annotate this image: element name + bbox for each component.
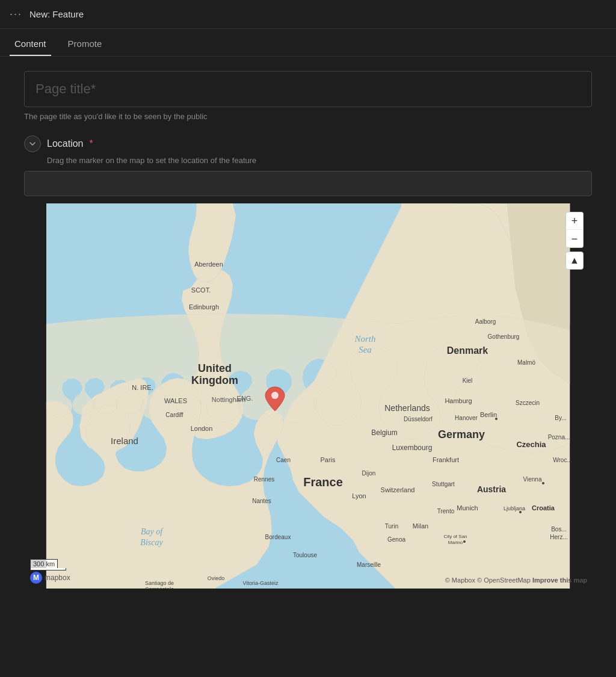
svg-text:Kiel: Kiel bbox=[463, 377, 473, 384]
location-hint: Drag the marker on the map to set the lo… bbox=[47, 156, 592, 165]
scale-bar bbox=[30, 568, 66, 570]
svg-text:Hamburg: Hamburg bbox=[445, 397, 472, 404]
page-title-hint: The page title as you'd like it to be se… bbox=[24, 112, 592, 121]
svg-text:North: North bbox=[354, 334, 375, 344]
svg-text:Santiago de: Santiago de bbox=[145, 580, 174, 586]
svg-text:Denmark: Denmark bbox=[447, 345, 488, 356]
svg-text:France: France bbox=[303, 475, 343, 489]
svg-text:Trento: Trento bbox=[437, 508, 455, 515]
svg-text:Belgium: Belgium bbox=[371, 428, 397, 437]
svg-text:Vienna: Vienna bbox=[523, 476, 542, 483]
mapbox-logo-icon: M bbox=[30, 572, 42, 584]
map-zoom-in-button[interactable]: + bbox=[565, 212, 584, 230]
svg-text:Lyon: Lyon bbox=[352, 492, 366, 499]
svg-text:Czechia: Czechia bbox=[516, 440, 546, 449]
tab-promote[interactable]: Promote bbox=[63, 29, 107, 56]
svg-text:Pozna...: Pozna... bbox=[548, 434, 570, 441]
svg-text:Netherlands: Netherlands bbox=[384, 403, 430, 413]
svg-text:Frankfurt: Frankfurt bbox=[433, 456, 459, 463]
svg-text:Nantes: Nantes bbox=[252, 498, 271, 504]
svg-text:Toulouse: Toulouse bbox=[293, 552, 317, 558]
svg-text:Genoa: Genoa bbox=[387, 536, 405, 543]
map-compass-button[interactable]: ▲ bbox=[565, 252, 584, 270]
svg-text:Stuttgart: Stuttgart bbox=[432, 481, 455, 487]
svg-text:Gothenburg: Gothenburg bbox=[488, 333, 520, 340]
location-collapse-button[interactable] bbox=[24, 135, 41, 152]
menu-dots-icon[interactable]: ··· bbox=[10, 8, 22, 20]
svg-point-56 bbox=[463, 540, 466, 543]
svg-text:Ireland: Ireland bbox=[111, 436, 138, 446]
tab-content[interactable]: Content bbox=[10, 29, 51, 56]
svg-text:Malmö: Malmö bbox=[517, 359, 535, 366]
svg-text:Oviedo: Oviedo bbox=[208, 575, 225, 581]
main-content: The page title as you'd like it to be se… bbox=[0, 57, 616, 603]
svg-text:Düsseldorf: Düsseldorf bbox=[404, 416, 433, 422]
svg-text:Aberdeen: Aberdeen bbox=[194, 261, 223, 268]
svg-text:Dijon: Dijon bbox=[362, 470, 376, 477]
svg-text:Edinburgh: Edinburgh bbox=[189, 303, 219, 311]
location-required-star: * bbox=[90, 138, 93, 149]
svg-text:Bay of: Bay of bbox=[141, 527, 164, 536]
svg-text:Marseille: Marseille bbox=[357, 561, 381, 568]
svg-text:SCOT.: SCOT. bbox=[191, 286, 211, 294]
svg-text:ENG.: ENG. bbox=[237, 395, 253, 402]
svg-point-47 bbox=[542, 482, 544, 484]
svg-text:London: London bbox=[191, 425, 213, 432]
svg-text:Bordeaux: Bordeaux bbox=[265, 534, 291, 540]
svg-text:Germany: Germany bbox=[438, 428, 485, 441]
svg-text:Luxembourg: Luxembourg bbox=[392, 444, 433, 452]
svg-text:Vitoria-Gasteiz: Vitoria-Gasteiz bbox=[243, 580, 279, 586]
map-scale: 300 km bbox=[30, 559, 66, 570]
location-header: Location * bbox=[24, 135, 592, 152]
map-svg: North Sea Bay of Biscay Aberdeen SCOT. E… bbox=[24, 203, 592, 589]
svg-text:N. IRE.: N. IRE. bbox=[132, 384, 153, 391]
svg-text:Milan: Milan bbox=[413, 522, 428, 530]
topbar: ··· New: Feature bbox=[0, 0, 616, 29]
tabs-bar: Content Promote bbox=[0, 29, 616, 57]
attribution-text: © Mapbox © OpenStreetMap bbox=[445, 577, 531, 584]
svg-text:City of San: City of San bbox=[443, 534, 467, 539]
page-title-input[interactable] bbox=[24, 71, 592, 107]
svg-text:Austria: Austria bbox=[477, 484, 506, 494]
location-label: Location bbox=[47, 138, 84, 149]
svg-text:Aalborg: Aalborg bbox=[475, 318, 496, 325]
svg-text:Caen: Caen bbox=[276, 457, 291, 463]
svg-text:Kingdom: Kingdom bbox=[191, 374, 238, 386]
mapbox-wordmark: mapbox bbox=[45, 573, 70, 582]
location-section: Location * Drag the marker on the map to… bbox=[24, 135, 592, 589]
svg-text:United: United bbox=[198, 362, 232, 374]
svg-text:By...: By... bbox=[555, 415, 566, 421]
svg-point-28 bbox=[495, 418, 497, 420]
svg-text:WALES: WALES bbox=[164, 397, 187, 404]
page-title-header: New: Feature bbox=[29, 9, 84, 19]
map-zoom-out-button[interactable]: − bbox=[565, 230, 584, 248]
map-container[interactable]: North Sea Bay of Biscay Aberdeen SCOT. E… bbox=[24, 203, 592, 589]
map-controls: + − ▲ bbox=[565, 212, 584, 270]
svg-text:Herz...: Herz... bbox=[550, 534, 567, 540]
svg-text:Marino: Marino bbox=[448, 540, 463, 545]
svg-text:Bos...: Bos... bbox=[551, 526, 567, 533]
chevron-down-icon bbox=[29, 140, 36, 147]
svg-text:Compostela: Compostela bbox=[145, 586, 174, 589]
svg-text:Berlin: Berlin bbox=[480, 411, 497, 418]
svg-text:Ljubljana: Ljubljana bbox=[504, 505, 525, 512]
svg-text:Cardiff: Cardiff bbox=[165, 412, 183, 418]
svg-text:Hanover: Hanover bbox=[455, 415, 478, 421]
svg-text:Szczecin: Szczecin bbox=[516, 400, 540, 406]
map-attribution: © Mapbox © OpenStreetMap Improve this ma… bbox=[445, 577, 587, 584]
svg-point-62 bbox=[519, 511, 522, 513]
svg-text:Paris: Paris bbox=[320, 456, 336, 463]
svg-point-69 bbox=[271, 392, 279, 399]
svg-text:Croatia: Croatia bbox=[532, 504, 555, 512]
svg-text:Switzerland: Switzerland bbox=[381, 486, 415, 493]
svg-text:Wroc...: Wroc... bbox=[553, 457, 571, 463]
svg-text:Munich: Munich bbox=[457, 504, 478, 512]
svg-text:Sea: Sea bbox=[359, 345, 372, 354]
svg-text:Rennes: Rennes bbox=[254, 476, 274, 483]
scale-text: 300 km bbox=[30, 559, 58, 568]
svg-text:Turin: Turin bbox=[385, 523, 398, 530]
svg-text:Biscay: Biscay bbox=[140, 538, 163, 547]
mapbox-logo[interactable]: M mapbox bbox=[30, 572, 70, 584]
improve-map-link[interactable]: Improve this map bbox=[532, 577, 587, 584]
location-search-input[interactable] bbox=[24, 171, 592, 196]
